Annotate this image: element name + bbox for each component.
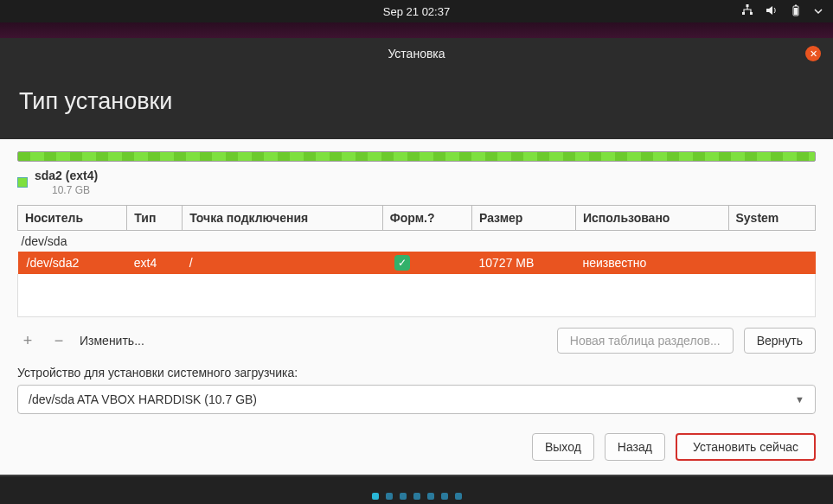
- clock-label: Sep 21 02:37: [383, 5, 450, 18]
- bootloader-selected-value: /dev/sda ATA VBOX HARDDISK (10.7 GB): [29, 392, 257, 406]
- col-device[interactable]: Носитель: [18, 206, 127, 231]
- col-mount[interactable]: Точка подключения: [183, 206, 383, 231]
- window-title: Установка: [388, 47, 445, 61]
- window-titlebar: Установка ✕: [0, 38, 833, 69]
- table-empty-area[interactable]: [17, 274, 816, 317]
- wizard-nav: Выход Назад Установить сейчас: [17, 433, 816, 461]
- svg-rect-1: [742, 12, 745, 15]
- partition-toolbar: + − Изменить... Новая таблица разделов..…: [17, 328, 816, 354]
- disk-usage-bar[interactable]: [17, 151, 816, 162]
- system-top-bar: Sep 21 02:37: [0, 0, 833, 22]
- back-button[interactable]: Назад: [605, 433, 665, 461]
- close-button[interactable]: ✕: [805, 46, 821, 61]
- col-used[interactable]: Использовано: [576, 206, 728, 231]
- network-icon[interactable]: [741, 4, 753, 19]
- table-row-partition[interactable]: /dev/sda2 ext4 / ✓ 10727 MB неизвестно: [18, 252, 816, 274]
- partition-legend: sda2 (ext4) 10.7 GB: [17, 169, 816, 196]
- cell-size: 10727 MB: [472, 252, 576, 274]
- col-system[interactable]: System: [728, 206, 816, 231]
- svg-rect-5: [794, 8, 798, 15]
- partition-panel: sda2 (ext4) 10.7 GB Носитель Тип Точка п…: [0, 139, 833, 476]
- disk-device: /dev/sda: [18, 231, 816, 252]
- col-size[interactable]: Размер: [472, 206, 576, 231]
- cell-format: ✓: [382, 252, 471, 274]
- change-partition-button[interactable]: Изменить...: [80, 334, 144, 348]
- remove-partition-button[interactable]: −: [48, 330, 69, 351]
- legend-label: sda2 (ext4): [35, 169, 98, 182]
- pager-dot[interactable]: [441, 493, 448, 500]
- bootloader-label: Устройство для установки системного загр…: [17, 366, 816, 380]
- pager-dot[interactable]: [372, 493, 379, 500]
- page-title: Тип установки: [0, 69, 833, 139]
- battery-icon[interactable]: [790, 4, 802, 19]
- slideshow-pager: [0, 476, 833, 504]
- pager-dot[interactable]: [455, 493, 462, 500]
- partition-table: Носитель Тип Точка подключения Форм.? Ра…: [17, 205, 816, 274]
- quit-button[interactable]: Выход: [532, 433, 594, 461]
- svg-rect-2: [750, 12, 753, 15]
- new-partition-table-button[interactable]: Новая таблица разделов...: [557, 328, 734, 354]
- col-type[interactable]: Тип: [127, 206, 183, 231]
- system-tray[interactable]: [741, 4, 823, 19]
- check-icon: ✓: [394, 255, 410, 271]
- table-row-disk[interactable]: /dev/sda: [18, 231, 816, 252]
- install-now-button[interactable]: Установить сейчас: [676, 433, 816, 461]
- add-partition-button[interactable]: +: [17, 330, 38, 351]
- svg-rect-0: [746, 4, 749, 7]
- pager-dot[interactable]: [427, 493, 434, 500]
- chevron-down-icon: ▼: [795, 394, 804, 405]
- bootloader-device-select[interactable]: /dev/sda ATA VBOX HARDDISK (10.7 GB) ▼: [17, 385, 816, 414]
- pager-dot[interactable]: [413, 493, 420, 500]
- chevron-down-icon[interactable]: [814, 5, 823, 18]
- volume-icon[interactable]: [766, 4, 778, 19]
- cell-used: неизвестно: [576, 252, 728, 274]
- cell-device: /dev/sda2: [18, 252, 127, 274]
- pager-dot[interactable]: [400, 493, 407, 500]
- cell-type: ext4: [127, 252, 183, 274]
- col-format[interactable]: Форм.?: [382, 206, 471, 231]
- legend-size: 10.7 GB: [52, 184, 98, 196]
- partition-swatch-icon: [17, 177, 28, 188]
- desktop-background-band: [0, 22, 833, 38]
- pager-dot[interactable]: [386, 493, 393, 500]
- revert-button[interactable]: Вернуть: [744, 328, 816, 354]
- cell-system: [728, 252, 816, 274]
- svg-rect-4: [795, 4, 797, 6]
- close-icon: ✕: [810, 48, 817, 60]
- installer-window: Установка ✕ Тип установки sda2 (ext4) 10…: [0, 38, 833, 476]
- cell-mount: /: [183, 252, 383, 274]
